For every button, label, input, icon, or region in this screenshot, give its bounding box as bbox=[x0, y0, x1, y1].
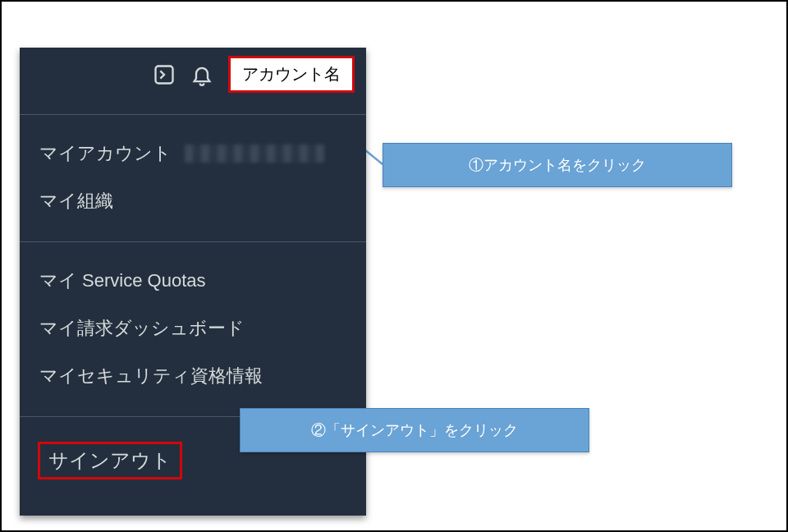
account-name-chip[interactable]: アカウント名 bbox=[228, 56, 355, 93]
menu-my-billing-label: マイ請求ダッシュボード bbox=[39, 316, 245, 341]
menu-my-org-label: マイ組織 bbox=[39, 189, 113, 213]
menu-my-service-quotas[interactable]: マイ Service Quotas bbox=[20, 257, 366, 305]
account-id-redacted bbox=[185, 144, 324, 163]
menu-my-account[interactable]: マイアカウント bbox=[20, 130, 366, 177]
menu-my-service-quotas-label: マイ Service Quotas bbox=[39, 268, 206, 293]
annotation-step-2: ②「サインアウト」をクリック bbox=[240, 408, 589, 452]
menu-my-billing[interactable]: マイ請求ダッシュボード bbox=[20, 305, 366, 352]
menu-my-org[interactable]: マイ組織 bbox=[20, 177, 366, 225]
cloudshell-icon[interactable] bbox=[153, 63, 176, 86]
bell-icon[interactable] bbox=[190, 63, 213, 86]
menu-my-account-label: マイアカウント bbox=[39, 141, 172, 166]
signout-button[interactable]: サインアウト bbox=[38, 442, 182, 479]
menu-topbar: アカウント名 bbox=[20, 48, 366, 114]
menu-my-security[interactable]: マイセキュリティ資格情報 bbox=[20, 352, 366, 400]
menu-section-2: マイ Service Quotas マイ請求ダッシュボード マイセキュリティ資格… bbox=[20, 241, 366, 416]
menu-my-security-label: マイセキュリティ資格情報 bbox=[39, 364, 263, 388]
menu-section-1: マイアカウント マイ組織 bbox=[20, 114, 366, 241]
annotation-step-1: ①アカウント名をクリック bbox=[383, 143, 732, 187]
